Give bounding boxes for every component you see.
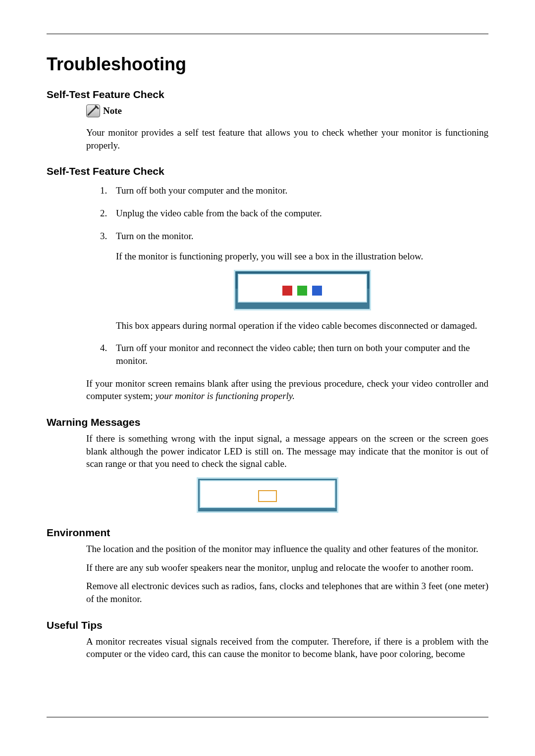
green-square-icon — [297, 286, 307, 296]
warning-body: If there is something wrong with the inp… — [86, 432, 488, 470]
section-body: The location and the position of the mon… — [86, 543, 488, 605]
step-text: Turn on the monitor. — [116, 231, 194, 241]
step-subtext: This box appears during normal operation… — [116, 319, 488, 332]
step-text: Turn off your monitor and reconnect the … — [116, 343, 470, 366]
document-page: Troubleshooting Self-Test Feature Check … — [0, 0, 535, 756]
optimum-dialog-inner — [200, 480, 335, 508]
top-rule — [47, 34, 488, 34]
list-item: 1. Turn off both your computer and the m… — [100, 184, 488, 197]
step-text: Turn off both your computer and the moni… — [116, 185, 287, 196]
section-heading-tips: Useful Tips — [47, 619, 488, 631]
env-p2: If there are any sub woofer speakers nea… — [86, 561, 488, 574]
optimum-dialog-footer — [198, 509, 337, 511]
step-subtext: If the monitor is functioning properly, … — [116, 250, 488, 263]
env-p3: Remove all electronic devices such as ra… — [86, 580, 488, 605]
section-body: A monitor recreates visual signals recei… — [86, 635, 488, 660]
step-number: 3. — [100, 230, 107, 243]
step-number: 1. — [100, 184, 107, 197]
section-heading-environment: Environment — [47, 527, 488, 539]
signal-dialog-inner — [238, 274, 367, 302]
section-heading-warning: Warning Messages — [47, 416, 488, 428]
env-p1: The location and the position of the mon… — [86, 543, 488, 555]
question-box — [258, 490, 277, 502]
note-body-text: Your monitor provides a self test featur… — [86, 126, 488, 151]
note-icon — [86, 104, 100, 117]
rgb-squares — [241, 286, 364, 296]
tips-p1: A monitor recreates visual signals recei… — [86, 635, 488, 660]
list-item: 3. Turn on the monitor. If the monitor i… — [100, 230, 488, 332]
closing-text-b: your monitor is functioning properly. — [155, 391, 295, 401]
section-heading-self-test-1: Self-Test Feature Check — [47, 89, 488, 101]
red-square-icon — [282, 286, 292, 296]
blue-square-icon — [312, 286, 322, 296]
optimum-dialog — [197, 477, 338, 513]
section-body: If there is something wrong with the inp… — [86, 432, 488, 470]
closing-paragraph: If your monitor screen remains blank aft… — [86, 377, 488, 403]
step-number: 2. — [100, 207, 107, 220]
list-item: 2. Unplug the video cable from the back … — [100, 207, 488, 220]
signal-dialog-footer — [235, 305, 370, 309]
steps-list: 1. Turn off both your computer and the m… — [47, 184, 488, 367]
figure-not-optimum — [47, 477, 488, 513]
note-row: Note — [86, 104, 488, 117]
signal-dialog — [234, 270, 371, 310]
step-number: 4. — [100, 342, 107, 354]
section-heading-self-test-2: Self-Test Feature Check — [47, 165, 488, 177]
list-item: 4. Turn off your monitor and reconnect t… — [100, 342, 488, 367]
section-body: Note Your monitor provides a self test f… — [86, 104, 488, 151]
page-title: Troubleshooting — [47, 54, 488, 75]
closing-text: If your monitor screen remains blank aft… — [86, 377, 488, 403]
note-label: Note — [103, 105, 122, 116]
bottom-rule — [47, 717, 488, 717]
step-text: Unplug the video cable from the back of … — [116, 208, 322, 218]
figure-check-signal — [116, 270, 488, 310]
